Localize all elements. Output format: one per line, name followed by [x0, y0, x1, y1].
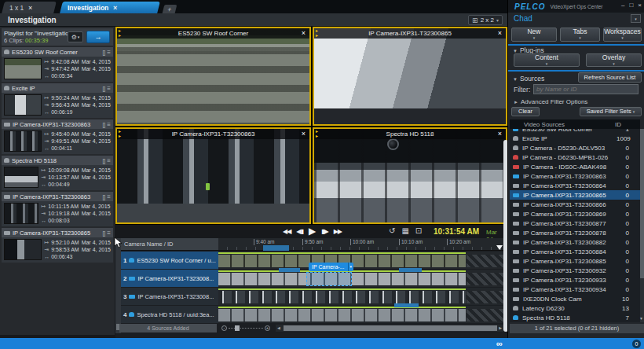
playlist-clip-card[interactable]: Spectra HD 5118 [ ] ≡ ↦10:09:08 AMMar 4,… — [2, 156, 113, 190]
close-icon[interactable]: × — [302, 28, 306, 39]
timeline-row-label[interactable]: 3 IP Camera-IXP31-T323008... — [121, 288, 218, 305]
source-row[interactable]: IP Camera - D5230-ADLV503 0 — [510, 143, 640, 152]
timeline-zoom-slider[interactable]: - + — [221, 324, 270, 332]
tabs-button[interactable]: Tabs▾ — [560, 28, 600, 42]
source-row[interactable]: IP Camera - D6230-MPB1-026 0 — [510, 152, 640, 162]
clip-thumbnail[interactable] — [4, 94, 42, 116]
source-row[interactable]: Latency D6230 13 — [510, 303, 640, 313]
tile-title-bar[interactable]: ►► IP Camera-IXP31-T32300865 × — [314, 28, 506, 39]
playlist-clip-card[interactable]: Excite IP [ ] ≡ ↦9:50:24 AMMar 4, 2015 ⇥… — [2, 83, 113, 118]
source-row[interactable]: IP Camera-IXP31-T32300933 0 — [510, 275, 640, 285]
clear-button[interactable]: Clear — [511, 107, 540, 116]
tab-close-icon[interactable]: × — [113, 4, 117, 12]
timeline-name-header[interactable]: Camera Name / ID — [121, 238, 218, 251]
menu-icon[interactable]: ≡ — [107, 121, 111, 128]
clip-thumbnail[interactable] — [4, 167, 38, 188]
tile-title-bar[interactable]: ►► IP Camera-IXP31-T32300863 × — [117, 129, 309, 139]
close-icon[interactable]: × — [498, 28, 502, 39]
playlist-clip-card[interactable]: IP Camera-IXP31-T32300863 [ ] ≡ ↦9:45:40… — [2, 119, 113, 154]
step-back-button[interactable]: ◀▮ — [296, 228, 303, 235]
source-list-scrollbar[interactable]: ▼ — [640, 129, 644, 322]
saved-filter-sets-dropdown[interactable]: Saved Filter Sets ▾ — [580, 107, 642, 116]
zoom-in-icon[interactable]: + — [265, 325, 270, 331]
source-row[interactable]: Spectra HD 5118 7 — [510, 313, 640, 322]
menu-icon[interactable]: ≡ — [107, 85, 111, 92]
fast-forward-button[interactable]: ▶▶ — [334, 228, 342, 235]
clip-range-bar[interactable] — [399, 268, 422, 272]
playlist-clip-card[interactable]: ES5230 SW Roof Corner [ ] ≡ ↦9:42:08 AMM… — [2, 47, 113, 82]
tile-title-bar[interactable]: ►► ES5230 SW Roof Corner × — [117, 28, 309, 39]
menu-icon[interactable]: ≡ — [107, 230, 111, 237]
clip-thumbnail[interactable] — [4, 239, 42, 260]
content-button[interactable]: Content▾ — [514, 53, 580, 67]
notification-badge[interactable]: 0 — [632, 340, 641, 348]
new-tab-button[interactable]: + — [163, 5, 177, 13]
zoom-handle[interactable] — [235, 325, 240, 331]
menu-icon[interactable]: ≡ — [107, 193, 111, 200]
source-row[interactable]: IP Camera-IXP31-T32300882 0 — [510, 237, 640, 247]
playhead-marker[interactable] — [496, 245, 503, 250]
clip-thumbnail[interactable] — [4, 203, 38, 224]
source-row[interactable]: IP Camera-IXP31-T32300878 0 — [510, 228, 640, 237]
play-button[interactable]: ▶ — [309, 226, 316, 237]
timeline-row-strip[interactable] — [218, 252, 507, 269]
source-row[interactable]: ES5230 SW Roof Corner 1 — [510, 129, 640, 134]
source-row[interactable]: IP Camera-IXP31-T32300869 0 — [510, 209, 640, 219]
video-tile-3[interactable]: ►► IP Camera-IXP31-T32300863 × — [115, 127, 311, 224]
expand-icon[interactable]: [ ] — [102, 230, 104, 236]
thumbnail-strip[interactable] — [218, 291, 466, 303]
tab-1x1[interactable]: 1 x 1 × — [2, 2, 57, 13]
export-clip-icon[interactable]: ⊡ — [415, 226, 422, 235]
step-forward-button[interactable]: ▮▶ — [321, 228, 328, 235]
tile-title-bar[interactable]: ►► Spectra HD 5118 × — [314, 129, 506, 139]
zoom-track[interactable] — [229, 328, 263, 329]
scroll-right-icon[interactable]: ▶ — [499, 325, 502, 331]
chevron-down-icon[interactable]: ▾ — [348, 263, 354, 271]
timeline-row-strip[interactable] — [218, 270, 507, 287]
menu-icon[interactable]: ≡ — [107, 157, 111, 164]
filter-input[interactable] — [533, 84, 639, 94]
expand-icon[interactable]: [ ] — [102, 122, 104, 127]
timeline-row-strip[interactable] — [218, 306, 507, 323]
overlay-button[interactable]: Overlay▾ — [586, 53, 642, 67]
timeline-row[interactable]: 4 Spectra HD 5118 / uuid:3ea... — [121, 306, 507, 323]
expand-icon[interactable]: [ ] — [102, 86, 104, 91]
source-row[interactable]: IXE20DN Clock Cam 10 — [510, 294, 640, 303]
source-row[interactable]: IP Camera - IDS0C-ABAK498 0 — [510, 162, 640, 171]
source-row[interactable]: IP Camera-IXP31-T32300884 0 — [510, 247, 640, 256]
thumbnails-icon[interactable]: ▦ — [401, 226, 408, 235]
source-row[interactable]: IP Camera-IXP31-T32300885 0 — [510, 256, 640, 266]
source-row[interactable]: Excite IP 1009 — [510, 134, 640, 143]
advanced-filter-options[interactable]: ►Advanced Filter Options — [514, 98, 587, 105]
playlist-clip-card[interactable]: IP Camera-IXP31-T32300865 [ ] ≡ ↦9:52:10… — [2, 228, 113, 263]
expand-icon[interactable]: [ ] — [102, 158, 104, 163]
source-row[interactable]: IP Camera-IXP31-T32300863 0 — [510, 171, 640, 181]
layout-selector[interactable]: ⊞ 2 x 2 ▾ — [468, 15, 503, 25]
minimize-icon[interactable]: – — [621, 2, 624, 9]
playlist-clip-card[interactable]: IP Camera-IXP31-T32300863 [ ] ≡ ↦10:11:1… — [2, 192, 113, 226]
source-row[interactable]: IP Camera-IXP31-T32300932 0 — [510, 266, 640, 275]
export-playlist-button[interactable]: → — [86, 31, 110, 43]
video-tile-4[interactable]: ►► Spectra HD 5118 × — [313, 127, 507, 224]
new-button[interactable]: New▾ — [511, 28, 557, 42]
rewind-button[interactable]: ◀◀ — [283, 228, 291, 235]
expand-icon[interactable]: [ ] — [102, 194, 104, 200]
close-icon[interactable]: × — [302, 129, 306, 139]
source-row[interactable]: IP Camera-IXP31-T32300865 0 — [510, 190, 640, 200]
timeline-ruler[interactable]: 9:40 am 9:50 am 10:00 am 10:10 am 10:20 … — [218, 238, 507, 251]
timeline-row[interactable]: 3 IP Camera-IXP31-T323008... — [121, 288, 507, 305]
video-tile-2[interactable]: ►► IP Camera-IXP31-T32300865 × — [313, 27, 507, 126]
user-menu-button[interactable]: ▾ — [631, 14, 641, 23]
scrollbar-thumb[interactable] — [284, 325, 497, 331]
refresh-source-list-button[interactable]: Refresh Source List — [578, 72, 642, 83]
clip-range-bar[interactable] — [394, 303, 419, 307]
thumbnail-strip[interactable] — [218, 309, 466, 321]
source-row[interactable]: IP Camera-IXP31-T32300934 0 — [510, 285, 640, 294]
workspaces-button[interactable]: Workspaces▾ — [603, 28, 642, 42]
timeline-horizontal-scrollbar[interactable]: ◀ ▶ — [276, 325, 503, 332]
clip-range-bar[interactable] — [279, 268, 300, 272]
link-icon[interactable]: ∞ — [496, 338, 503, 349]
menu-icon[interactable]: ≡ — [107, 49, 111, 56]
timeline-row-label[interactable]: 4 Spectra HD 5118 / uuid:3ea... — [121, 306, 218, 323]
scrollbar-thumb[interactable] — [640, 129, 644, 278]
